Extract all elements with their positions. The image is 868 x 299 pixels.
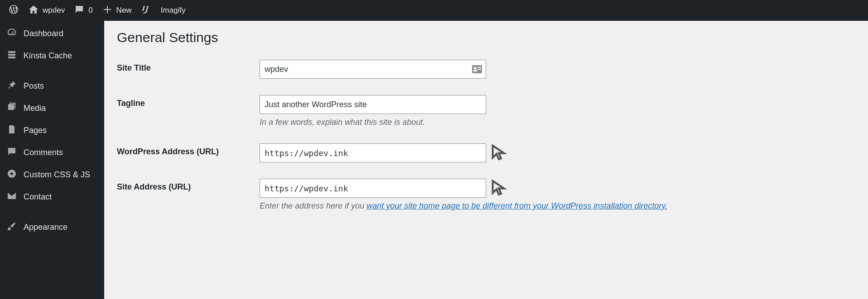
home-icon [28,4,39,17]
main-content: General Settings Site Title Tagline In a… [104,21,868,299]
database-icon [6,49,17,62]
plus-icon [102,4,113,17]
new-content-link[interactable]: New [97,0,136,21]
site-url-desc-prefix: Enter the address here if you [260,201,366,210]
sidebar-label: Kinsta Cache [24,51,72,61]
wordpress-logo-icon [8,4,19,17]
sidebar-item-contact[interactable]: Contact [0,186,104,208]
sidebar-item-pages[interactable]: Pages [0,119,104,142]
sidebar-label: Dashboard [24,29,63,38]
site-title-label: Site Title [117,60,260,73]
tagline-input[interactable] [260,95,486,114]
yoast-link[interactable] [136,0,156,21]
svg-rect-4 [478,67,481,68]
comment-icon [74,4,85,17]
site-url-label: Site Address (URL) [117,179,260,192]
cursor-icon [490,179,508,197]
sidebar-label: Posts [24,81,44,91]
yoast-icon [141,4,152,17]
media-icon [6,102,17,115]
svg-rect-5 [478,69,481,70]
dashboard-icon [6,27,17,40]
sidebar-label: Media [24,104,46,113]
pin-icon [6,80,17,93]
envelope-icon [6,190,17,204]
comment-icon [6,146,17,159]
sidebar-item-posts[interactable]: Posts [0,75,104,97]
imagify-link[interactable]: Imagify [156,0,190,21]
plus-circle-icon [6,168,17,181]
sidebar-label: Comments [24,148,63,157]
site-url-input[interactable] [260,179,486,198]
sidebar-item-dashboard[interactable]: Dashboard [0,23,104,45]
comments-link[interactable]: 0 [69,0,97,21]
svg-point-2 [474,67,477,70]
site-name-link[interactable]: wpdev [24,0,69,21]
page-icon [6,124,17,137]
sidebar-separator [0,208,104,216]
tagline-row: Tagline In a few words, explain what thi… [117,95,855,127]
sidebar-item-media[interactable]: Media [0,97,104,119]
svg-rect-3 [473,70,477,71]
site-name-text: wpdev [43,6,65,15]
sidebar-label: Appearance [24,223,68,232]
admin-sidebar: Dashboard Kinsta Cache Posts Media Pages… [0,21,104,299]
sidebar-item-custom-css-js[interactable]: Custom CSS & JS [0,164,104,186]
sidebar-label: Contact [24,192,52,202]
sidebar-separator [0,67,104,75]
sidebar-label: Pages [24,126,47,135]
contact-card-icon [472,65,482,74]
wordpress-url-input[interactable] [260,143,486,162]
site-title-input[interactable] [260,60,486,79]
wp-url-label: WordPress Address (URL) [117,143,260,157]
sidebar-label: Custom CSS & JS [24,170,90,180]
page-title: General Settings [117,30,855,45]
sidebar-item-comments[interactable]: Comments [0,142,104,164]
sidebar-item-appearance[interactable]: Appearance [0,216,104,238]
tagline-description: In a few words, explain what this site i… [260,118,855,127]
wp-url-row: WordPress Address (URL) [117,143,855,162]
site-url-desc-link[interactable]: want your site home page to be different… [366,201,667,210]
site-url-row: Site Address (URL) Enter the address her… [117,179,855,211]
admin-toolbar: wpdev 0 New Imagify [0,0,868,21]
brush-icon [6,221,17,234]
wp-logo-menu[interactable] [4,0,24,21]
site-url-description: Enter the address here if you want your … [260,201,855,211]
sidebar-item-kinsta-cache[interactable]: Kinsta Cache [0,45,104,67]
comments-count: 0 [88,6,92,15]
tagline-label: Tagline [117,95,260,108]
site-title-row: Site Title [117,60,855,79]
cursor-icon [490,143,508,161]
new-label: New [116,6,132,15]
imagify-label: Imagify [161,6,186,15]
